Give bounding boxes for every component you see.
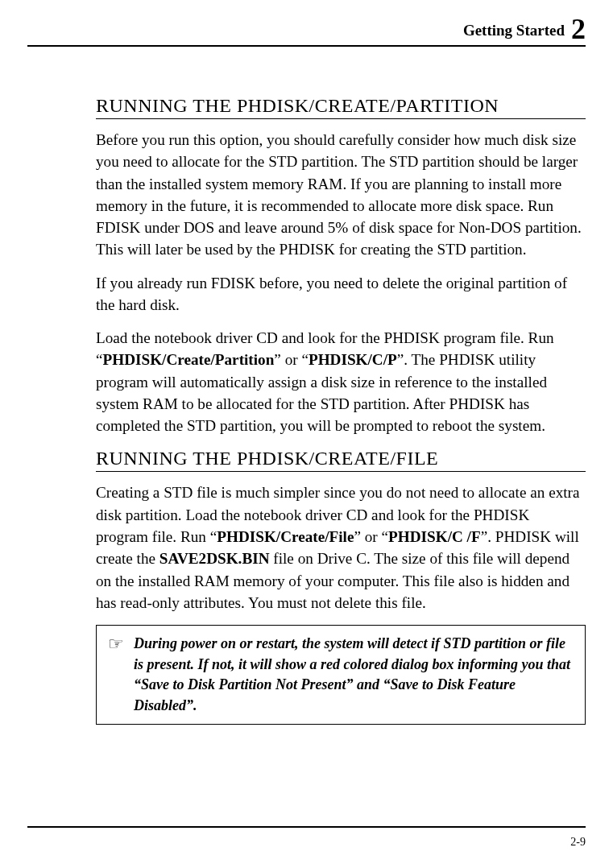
text-run: Before you run this option, you should c… <box>96 131 582 258</box>
section-heading-2: RUNNING THE PHDISK/CREATE/FILE <box>96 448 586 472</box>
paragraph: Before you run this option, you should c… <box>96 129 586 261</box>
footer-rule <box>27 826 586 829</box>
bold-text: SAVE2DSK.BIN <box>159 550 270 567</box>
paragraph: If you already run FDISK before, you nee… <box>96 272 586 316</box>
section-heading-1: RUNNING THE PHDISK/CREATE/PARTITION <box>96 95 586 119</box>
text-run: ” or “ <box>354 528 388 545</box>
text-run: If you already run FDISK before, you nee… <box>96 275 567 313</box>
page-number: 2-9 <box>27 836 586 849</box>
paragraph: Creating a STD file is much simpler sinc… <box>96 482 586 614</box>
page-footer: 2-9 <box>27 826 586 849</box>
note-text: During power on or restart, the system w… <box>134 634 577 716</box>
bold-text: PHDISK/C/P <box>309 351 397 368</box>
bold-text: PHDISK/Create/Partition <box>103 351 275 368</box>
text-run: ” or “ <box>274 351 309 368</box>
content-area: RUNNING THE PHDISK/CREATE/PARTITION Befo… <box>27 47 586 725</box>
note-box: ☞ During power on or restart, the system… <box>96 625 586 725</box>
page-header: Getting Started 2 <box>27 14 586 47</box>
paragraph: Load the notebook driver CD and look for… <box>96 327 586 436</box>
bold-text: PHDISK/Create/File <box>217 528 354 545</box>
pointing-hand-icon: ☞ <box>108 634 124 655</box>
bold-text: PHDISK/C /F <box>388 528 481 545</box>
page: Getting Started 2 RUNNING THE PHDISK/CRE… <box>0 0 613 868</box>
header-chapter-number: 2 <box>571 13 586 45</box>
header-title: Getting Started <box>463 22 565 39</box>
